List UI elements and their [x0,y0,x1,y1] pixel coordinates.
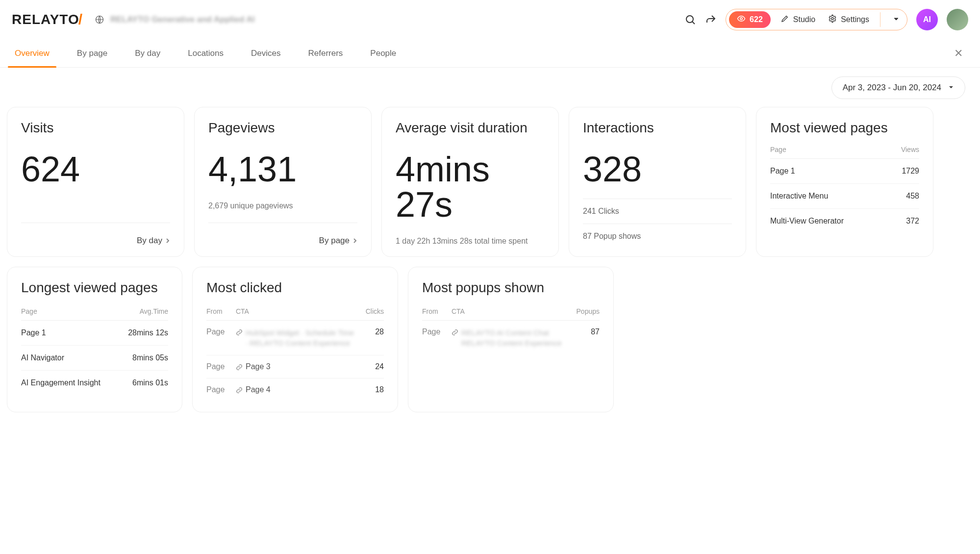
card-title: Average visit duration [396,120,545,136]
table-head: Page Views [770,143,919,159]
document-title[interactable]: RELAYTO Generative and Applied AI [110,15,254,25]
avg-duration-value: 4mins 27s [396,151,545,222]
eye-icon [737,14,746,25]
card-most-viewed: Most viewed pages Page Views Page 1 1729… [756,107,933,257]
link-icon [236,364,243,371]
card-longest-viewed: Longest viewed pages Page Avg.Time Page … [7,267,182,412]
share-icon[interactable] [705,14,717,25]
interactions-value: 328 [583,151,732,187]
link-icon [452,329,458,336]
logo-slash: / [78,11,83,28]
chevron-down-icon [948,83,954,93]
table-head: From CTA Popups [422,304,600,321]
close-icon[interactable]: ✕ [952,47,965,60]
card-title: Most clicked [206,280,384,296]
pill-caret[interactable] [888,13,904,26]
tab-by-page[interactable]: By page [77,40,107,67]
svg-point-3 [831,18,834,20]
table-row[interactable]: Page 1 1729 [770,159,919,184]
pencil-icon [780,14,789,25]
card-title: Most viewed pages [770,120,919,136]
interactions-clicks: 241 Clicks [583,199,732,224]
date-range-text: Apr 3, 2023 - Jun 20, 2024 [843,83,941,93]
table-head: Page Avg.Time [21,304,168,321]
tab-bar: Overview By page By day Locations Device… [0,39,980,68]
logo-text: RELAYTO [12,12,79,27]
avatar-ai[interactable]: AI [916,9,938,30]
tab-overview[interactable]: Overview [15,40,50,67]
card-title: Visits [21,120,170,136]
avatar-user[interactable] [947,9,968,30]
card-title: Longest viewed pages [21,280,168,296]
card-most-popups: Most popups shown From CTA Popups Page R… [408,267,614,412]
table-row[interactable]: AI Engagement Insight 6mins 01s [21,371,168,395]
date-range-picker[interactable]: Apr 3, 2023 - Jun 20, 2024 [831,76,965,99]
card-title: Most popups shown [422,280,600,296]
search-icon[interactable] [684,14,696,25]
tab-people[interactable]: People [370,40,396,67]
card-most-clicked: Most clicked From CTA Clicks Page HubSpo… [192,267,398,412]
app-header: RELAYTO/ RELAYTO Generative and Applied … [0,0,980,39]
visits-byday-link[interactable]: By day [21,223,170,246]
table-row[interactable]: Page 1 28mins 12s [21,321,168,346]
table-row[interactable]: Page Page 4 18 [206,378,384,401]
card-title: Interactions [583,120,732,136]
card-visits: Visits 624 By day [7,107,184,257]
header-pill-group: 622 Studio Settings [726,9,907,30]
interactions-popups: 87 Popup shows [583,224,732,241]
tab-devices[interactable]: Devices [251,40,280,67]
link-icon [236,387,243,394]
card-interactions: Interactions 328 241 Clicks 87 Popup sho… [569,107,746,257]
pill-divider [880,12,880,27]
link-icon [236,329,243,336]
table-row[interactable]: Page HubSpot Widget · Schedule Time · RE… [206,321,384,355]
table-row[interactable]: Page RELAYTO AI Content Chat RELAYTO Con… [422,321,600,355]
globe-icon[interactable] [95,15,104,25]
studio-label: Studio [793,15,815,24]
cards-grid: Visits 624 By day Pageviews 4,131 2,679 … [0,102,980,267]
svg-point-1 [686,16,693,23]
views-count: 622 [750,15,763,24]
table-row[interactable]: Page Page 3 24 [206,355,384,378]
settings-label: Settings [841,15,869,24]
tab-locations[interactable]: Locations [188,40,224,67]
card-pageviews: Pageviews 4,131 2,679 unique pageviews B… [194,107,372,257]
gear-icon [828,14,837,25]
table-row[interactable]: AI Navigator 8mins 05s [21,346,168,371]
date-row: Apr 3, 2023 - Jun 20, 2024 [0,68,980,102]
header-right: 622 Studio Settings AI [684,9,968,30]
visits-value: 624 [21,151,170,187]
logo[interactable]: RELAYTO/ [12,11,83,28]
settings-button[interactable]: Settings [825,12,872,27]
table-head: From CTA Clicks [206,304,384,321]
card-title: Pageviews [208,120,357,136]
pageviews-subtext: 2,679 unique pageviews [208,201,357,210]
table-row[interactable]: Interactive Menu 458 [770,184,919,209]
pageviews-bypage-link[interactable]: By page [208,223,357,246]
tab-referrers[interactable]: Referrers [308,40,343,67]
views-pill[interactable]: 622 [729,11,771,28]
studio-button[interactable]: Studio [778,12,818,27]
card-avg-duration: Average visit duration 4mins 27s 1 day 2… [381,107,559,257]
table-row[interactable]: Multi-View Generator 372 [770,209,919,233]
tab-by-day[interactable]: By day [135,40,160,67]
avg-duration-subtext: 1 day 22h 13mins 28s total time spent [396,237,545,246]
svg-point-2 [740,18,743,20]
cards-grid-2: Longest viewed pages Page Avg.Time Page … [0,267,980,427]
pageviews-value: 4,131 [208,151,357,187]
